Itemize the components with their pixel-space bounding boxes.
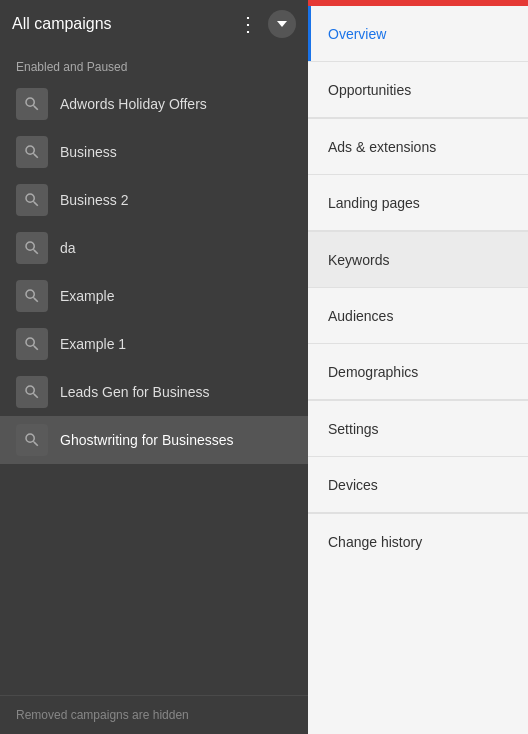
campaign-search-icon xyxy=(16,424,48,456)
campaign-name: Business xyxy=(60,144,117,160)
campaign-item[interactable]: Example xyxy=(0,272,308,320)
campaign-search-icon xyxy=(16,184,48,216)
campaign-name: da xyxy=(60,240,76,256)
campaign-search-icon xyxy=(16,328,48,360)
nav-item-demographics[interactable]: Demographics xyxy=(308,344,528,400)
campaign-search-icon xyxy=(16,136,48,168)
nav-item-change-history[interactable]: Change history xyxy=(308,514,528,570)
more-options-icon[interactable]: ⋮ xyxy=(236,14,260,34)
nav-item-audiences[interactable]: Audiences xyxy=(308,288,528,344)
campaign-item[interactable]: da xyxy=(0,224,308,272)
campaign-name: Example xyxy=(60,288,114,304)
campaign-name: Leads Gen for Business xyxy=(60,384,209,400)
nav-item-opportunities[interactable]: Opportunities xyxy=(308,62,528,118)
sidebar: All campaigns ⋮ Enabled and Paused Adwor… xyxy=(0,0,308,734)
campaign-item[interactable]: Example 1 xyxy=(0,320,308,368)
campaign-name: Example 1 xyxy=(60,336,126,352)
nav-item-ads-extensions[interactable]: Ads & extensions xyxy=(308,119,528,175)
nav-item-overview[interactable]: Overview xyxy=(308,6,528,62)
sidebar-footer: Removed campaigns are hidden xyxy=(0,695,308,734)
campaign-item[interactable]: Ghostwriting for Businesses xyxy=(0,416,308,464)
campaign-name: Ghostwriting for Businesses xyxy=(60,432,234,448)
campaign-list: Adwords Holiday Offers Business Business… xyxy=(0,80,308,695)
campaign-search-icon xyxy=(16,88,48,120)
campaign-search-icon xyxy=(16,280,48,312)
campaign-item[interactable]: Business xyxy=(0,128,308,176)
sidebar-header: All campaigns ⋮ xyxy=(0,0,308,48)
campaign-search-icon xyxy=(16,376,48,408)
right-nav: OverviewOpportunitiesAds & extensionsLan… xyxy=(308,0,528,734)
nav-item-devices[interactable]: Devices xyxy=(308,457,528,513)
section-label: Enabled and Paused xyxy=(0,48,308,80)
nav-item-settings[interactable]: Settings xyxy=(308,401,528,457)
campaign-item[interactable]: Business 2 xyxy=(0,176,308,224)
nav-items-container: OverviewOpportunitiesAds & extensionsLan… xyxy=(308,6,528,570)
campaign-name: Business 2 xyxy=(60,192,128,208)
sidebar-title: All campaigns xyxy=(12,15,112,33)
campaign-item[interactable]: Adwords Holiday Offers xyxy=(0,80,308,128)
campaign-item[interactable]: Leads Gen for Business xyxy=(0,368,308,416)
nav-item-landing-pages[interactable]: Landing pages xyxy=(308,175,528,231)
dropdown-icon[interactable] xyxy=(268,10,296,38)
campaign-name: Adwords Holiday Offers xyxy=(60,96,207,112)
campaign-search-icon xyxy=(16,232,48,264)
sidebar-header-icons: ⋮ xyxy=(236,10,296,38)
nav-item-keywords[interactable]: Keywords xyxy=(308,232,528,288)
